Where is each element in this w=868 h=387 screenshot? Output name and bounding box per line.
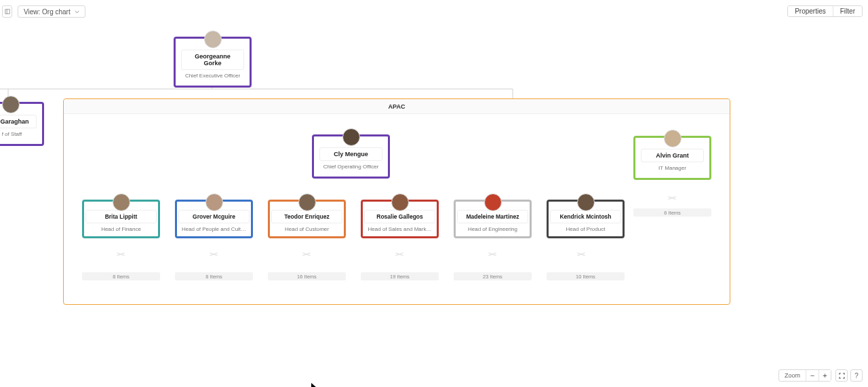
zoom-bar: Zoom − +	[778, 369, 831, 382]
node-name: n Garaghan	[0, 115, 37, 128]
avatar	[577, 194, 595, 211]
collapse-stub[interactable]	[578, 251, 585, 258]
collapse-stub[interactable]	[303, 251, 310, 258]
node-title: Head of Engineering	[457, 223, 528, 235]
node-head-1[interactable]: Grover McguireHead of People and Cult…	[175, 200, 253, 238]
properties-button[interactable]: Properties	[788, 6, 833, 16]
avatar	[113, 194, 130, 211]
items-pill-it[interactable]: 6 Items	[633, 208, 711, 217]
items-pill-0[interactable]: 8 Items	[82, 272, 160, 280]
node-title: Chief Operating Officer	[319, 161, 382, 171]
items-pill-2[interactable]: 16 Items	[268, 272, 346, 280]
node-name: Rosalie Gallegos	[364, 210, 435, 223]
avatar	[204, 31, 222, 48]
node-title: Head of Customer	[271, 223, 342, 235]
avatar	[298, 194, 316, 211]
items-pill-1[interactable]: 8 Items	[175, 272, 253, 280]
fullscreen-icon	[839, 373, 845, 379]
node-name: Kendrick Mcintosh	[550, 210, 621, 223]
avatar	[342, 128, 360, 146]
node-ceo[interactable]: Georgeanne Gorke Chief Executive Officer	[174, 37, 252, 88]
zoom-out-button[interactable]: −	[806, 370, 818, 381]
node-title: Head of Product	[550, 223, 621, 235]
node-title: f of Staff	[0, 128, 37, 139]
node-head-4[interactable]: Madeleine MartinezHead of Engineering	[454, 200, 532, 238]
node-head-0[interactable]: Brita LippittHead of Finance	[82, 200, 160, 238]
collapse-stub[interactable]	[396, 251, 403, 258]
items-pill-5[interactable]: 10 Items	[547, 272, 625, 280]
fullscreen-button[interactable]	[835, 369, 848, 382]
node-title: Head of Finance	[85, 223, 157, 235]
panel-toggle-button[interactable]	[2, 5, 12, 18]
node-head-2[interactable]: Teodor EnriquezHead of Customer	[268, 200, 346, 238]
avatar	[2, 96, 20, 113]
node-name: Grover Mcguire	[178, 210, 250, 223]
node-coo[interactable]: Cly Mengue Chief Operating Officer	[312, 134, 390, 179]
node-name: Teodor Enriquez	[271, 210, 342, 223]
node-title: Chief Executive Officer	[181, 70, 244, 80]
avatar	[664, 130, 682, 147]
view-selector[interactable]: View: Org chart	[18, 5, 85, 18]
node-name: Cly Mengue	[319, 147, 382, 161]
avatar	[391, 194, 409, 211]
collapse-stub[interactable]	[669, 195, 675, 202]
node-head-5[interactable]: Kendrick McintoshHead of Product	[547, 200, 625, 238]
view-selector-label: View: Org chart	[24, 8, 71, 16]
avatar	[205, 194, 223, 211]
node-it-manager[interactable]: Alvin Grant IT Manager	[633, 136, 711, 180]
collapse-stub[interactable]	[117, 251, 124, 258]
svg-rect-23	[5, 10, 9, 14]
filter-button[interactable]: Filter	[833, 6, 862, 16]
zoom-in-button[interactable]: +	[818, 370, 831, 381]
node-name: Georgeanne Gorke	[181, 50, 244, 70]
node-name: Madeleine Martinez	[457, 210, 528, 223]
node-name: Alvin Grant	[641, 149, 704, 162]
region-label: APAC	[64, 99, 730, 114]
avatar	[484, 194, 502, 211]
zoom-label: Zoom	[779, 370, 806, 381]
collapse-stub[interactable]	[489, 251, 496, 258]
toolbar-right: Properties Filter	[787, 5, 863, 17]
node-title: IT Manager	[641, 162, 704, 172]
panel-icon	[5, 9, 10, 14]
collapse-stub[interactable]	[210, 251, 217, 258]
node-title: Head of Sales and Mark…	[364, 223, 435, 235]
help-button[interactable]: ?	[850, 369, 863, 382]
node-name: Brita Lippitt	[85, 210, 157, 223]
items-pill-3[interactable]: 19 Items	[361, 272, 439, 280]
node-chief-of-staff-partial[interactable]: n Garaghan f of Staff	[0, 102, 44, 146]
node-title: Head of People and Cult…	[178, 223, 250, 235]
cursor-icon	[311, 382, 318, 387]
chevron-down-icon	[75, 10, 79, 14]
node-head-3[interactable]: Rosalie GallegosHead of Sales and Mark…	[361, 200, 439, 238]
items-pill-4[interactable]: 23 Items	[454, 272, 532, 280]
